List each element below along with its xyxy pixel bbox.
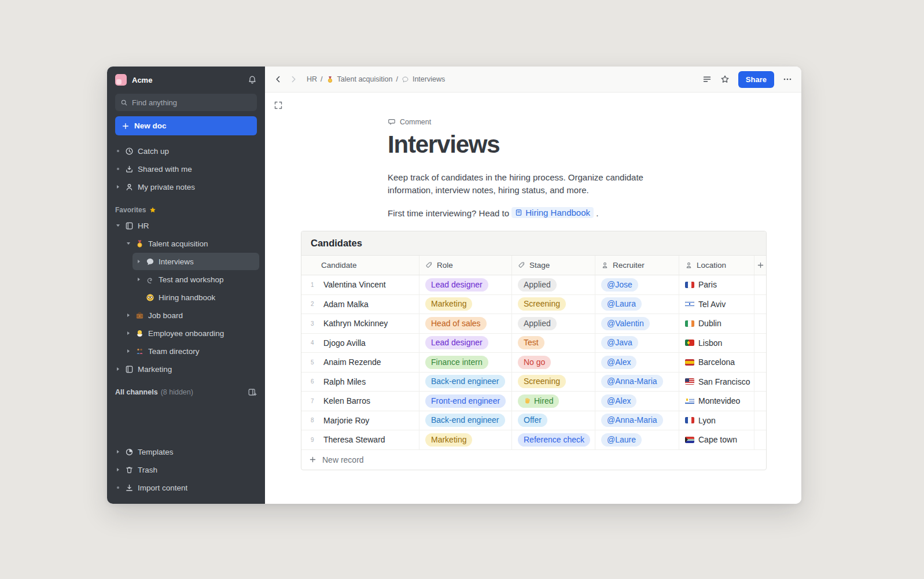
location-cell[interactable]: Lisbon [679,334,754,353]
table-title[interactable]: Candidates [301,231,766,256]
role-pill[interactable]: Back-end engineer [425,414,505,427]
recruiter-mention[interactable]: @Jose [601,278,638,292]
recruiter-mention[interactable]: @Laura [601,297,642,311]
candidate-cell[interactable]: 4Djogo Avilla [301,334,419,353]
chevron-right-icon[interactable] [115,185,121,189]
role-cell[interactable]: Back-end engineer [419,373,511,392]
recruiter-mention[interactable]: @Alex [601,394,636,408]
column-header-candidate[interactable]: Candidate [301,256,419,275]
recruiter-mention[interactable]: @Laure [601,433,642,447]
stage-cell[interactable]: No go [511,353,595,372]
stage-cell[interactable]: Hired [511,392,595,411]
sidebar-item-interviews[interactable]: Interviews [132,253,259,270]
table-row[interactable]: 5Anaim RezendeFinance internNo go@AlexBa… [301,353,766,373]
table-row[interactable]: 6Ralph MilesBack-end engineerScreening@A… [301,373,766,392]
location-cell[interactable]: Paris [679,275,754,294]
sidebar-item-team-directory[interactable]: Team directory [122,342,259,360]
search-bar[interactable] [115,94,257,111]
stage-pill[interactable]: Applied [518,278,557,292]
recruiter-cell[interactable]: @Anna-Maria [595,373,679,392]
table-row[interactable]: 8Marjorie RoyBack-end engineerOffer@Anna… [301,411,766,431]
role-cell[interactable]: Marketing [419,295,511,314]
candidate-cell[interactable]: 5Anaim Rezende [301,353,419,372]
stage-cell[interactable]: Reference check [511,430,595,449]
breadcrumb-talent-acquisition[interactable]: Talent acquisition [337,75,393,83]
breadcrumb-hr[interactable]: HR [307,75,317,83]
doc-cta-line[interactable]: First time interviewing? Head to Hiring … [388,207,801,218]
role-cell[interactable]: Lead designer [419,334,511,353]
row-extra-cell[interactable] [754,334,766,353]
location-cell[interactable]: Lyon [679,411,754,430]
recruiter-cell[interactable]: @Laure [595,430,679,449]
chevron-right-icon[interactable] [115,450,121,453]
row-extra-cell[interactable] [754,430,766,449]
candidate-cell[interactable]: 9Theresa Steward [301,430,419,449]
candidate-cell[interactable]: 1Valentina Vincent [301,275,419,294]
sidebar-item-catch-up[interactable]: Catch up [112,142,259,160]
forward-button[interactable] [289,75,297,83]
table-row[interactable]: 9Theresa StewardMarketingReference check… [301,430,766,450]
workspace-header[interactable]: Acme [107,67,265,90]
sidebar-item-my-private-notes[interactable]: My private notes [112,178,259,196]
stage-cell[interactable]: Offer [511,411,595,430]
row-extra-cell[interactable] [754,314,766,333]
hiring-handbook-link[interactable]: Hiring Handbook [511,207,594,218]
stage-pill[interactable]: Applied [518,317,557,330]
candidate-cell[interactable]: 8Marjorie Roy [301,411,419,430]
sidebar-item-employee-onboarding[interactable]: Employee onboarding [122,324,259,342]
role-cell[interactable]: Lead designer [419,275,511,294]
recruiter-mention[interactable]: @Anna-Maria [601,414,663,427]
stage-pill[interactable]: Reference check [518,433,590,447]
recruiter-cell[interactable]: @Java [595,334,679,353]
candidate-cell[interactable]: 7Kelen Barros [301,392,419,411]
column-header-stage[interactable]: Stage [511,256,595,275]
location-cell[interactable]: Tel Aviv [679,295,754,314]
recruiter-cell[interactable]: @Laura [595,295,679,314]
doc-paragraph[interactable]: Keep track of candidates in the hiring p… [388,171,682,197]
page-title[interactable]: Interviews [388,131,801,158]
more-options-icon[interactable] [783,75,792,84]
role-pill[interactable]: Lead designer [425,336,488,349]
role-cell[interactable]: Back-end engineer [419,411,511,430]
role-pill[interactable]: Head of sales [425,317,487,330]
stage-pill[interactable]: Offer [518,414,547,427]
recruiter-cell[interactable]: @Jose [595,275,679,294]
chevron-down-icon[interactable] [115,224,121,227]
row-extra-cell[interactable] [754,295,766,314]
favorite-star-icon[interactable] [720,75,730,84]
stage-cell[interactable]: Test [511,334,595,353]
add-column-button[interactable] [754,256,766,275]
sidebar-item-test-and-workshop[interactable]: Test and workshop [132,271,259,288]
location-cell[interactable]: San Francisco [679,373,754,392]
bell-icon[interactable] [248,75,257,84]
stage-pill[interactable]: No go [518,356,551,369]
chevron-right-icon[interactable] [115,367,121,371]
row-extra-cell[interactable] [754,275,766,294]
chevron-right-icon[interactable] [115,468,121,471]
chevron-right-icon[interactable] [126,314,131,317]
sidebar-item-hr[interactable]: HR [112,217,259,234]
add-channel-icon[interactable] [248,388,257,397]
search-input[interactable] [132,98,252,107]
column-header-role[interactable]: Role [419,256,511,275]
sidebar-item-templates[interactable]: Templates [112,443,259,460]
stage-cell[interactable]: Applied [511,314,595,333]
role-cell[interactable]: Front-end engineer [419,392,511,411]
role-pill[interactable]: Front-end engineer [425,394,506,408]
candidate-cell[interactable]: 3Kathryn Mckinney [301,314,419,333]
stage-cell[interactable]: Screening [511,295,595,314]
column-header-recruiter[interactable]: Recruiter [595,256,679,275]
recruiter-cell[interactable]: @Anna-Maria [595,411,679,430]
row-extra-cell[interactable] [754,353,766,372]
breadcrumb-interviews[interactable]: Interviews [413,75,445,83]
role-pill[interactable]: Back-end engineer [425,375,505,388]
recruiter-cell[interactable]: @Valentin [595,314,679,333]
recruiter-cell[interactable]: @Alex [595,392,679,411]
candidate-cell[interactable]: 2Adam Malka [301,295,419,314]
role-pill[interactable]: Marketing [425,297,472,311]
row-extra-cell[interactable] [754,392,766,411]
role-cell[interactable]: Head of sales [419,314,511,333]
location-cell[interactable]: Barcelona [679,353,754,372]
chevron-right-icon[interactable] [136,278,142,281]
table-row[interactable]: 4Djogo AvillaLead designerTest@JavaLisbo… [301,334,766,353]
